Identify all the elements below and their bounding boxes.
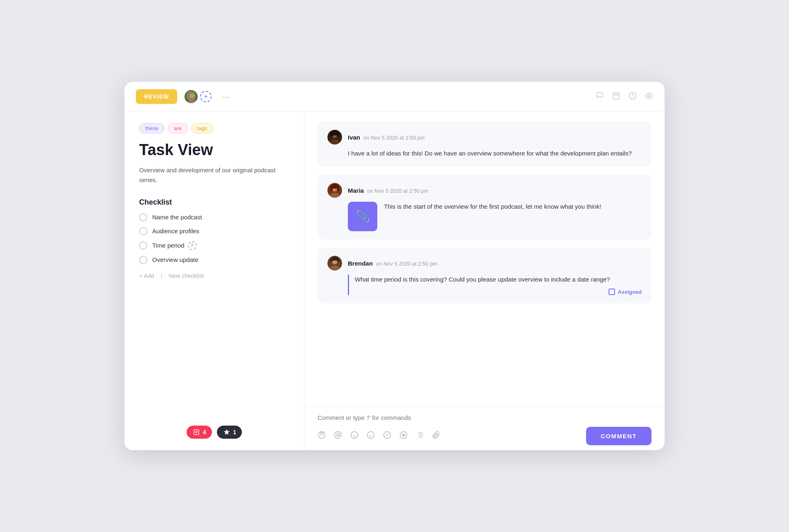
comment-text: This is the start of the overview for th…: [384, 202, 601, 212]
comment-with-border: What time period is this covering? Could…: [348, 275, 642, 295]
badge-icon-dark: [223, 428, 231, 436]
assign-icon[interactable]: [188, 241, 197, 250]
comment-meta: Ivan on Nov 5 2020 at 2:50 pm: [348, 134, 425, 141]
comment-submit-button[interactable]: COMMENT: [586, 427, 651, 445]
checklist-items: Name the podcast Audience profiles Time …: [139, 213, 289, 264]
tag-are[interactable]: are: [168, 123, 188, 133]
comment-text: What time period is this covering? Could…: [355, 275, 642, 284]
checklist-item: Overview update: [139, 256, 289, 264]
svg-point-24: [330, 186, 333, 191]
slash-icon[interactable]: [383, 431, 391, 441]
comment-block: Brendan on Nov 5 2020 at 2:50 pm What ti…: [318, 248, 651, 303]
comment-time: on Nov 5 2020 at 2:50 pm: [376, 261, 437, 267]
check-circle-4[interactable]: [139, 256, 147, 264]
svg-point-35: [351, 432, 358, 439]
svg-point-2: [189, 93, 194, 98]
header: REVIEW + ···: [124, 82, 665, 112]
check-circle-2[interactable]: [139, 227, 147, 235]
svg-point-30: [330, 259, 333, 262]
record-icon[interactable]: [399, 431, 408, 441]
svg-point-18: [336, 133, 340, 137]
svg-point-10: [191, 243, 193, 246]
eye-icon[interactable]: [645, 92, 653, 102]
header-right: [596, 92, 653, 102]
comment-time: on Nov 5 2020 at 2:50 pm: [363, 135, 425, 141]
calendar-icon[interactable]: [612, 92, 620, 102]
new-checklist-button[interactable]: New checklist: [169, 272, 204, 280]
tags-row: these are tags: [139, 123, 289, 133]
checklist-item: Time period: [139, 241, 289, 250]
checklist-item-label: Time period: [152, 241, 197, 250]
badge-count-dark: 1: [233, 429, 237, 435]
comment-tools: [318, 431, 440, 441]
flag-icon[interactable]: [596, 92, 604, 102]
comment-toolbar: COMMENT: [318, 427, 651, 445]
list-icon[interactable]: [416, 431, 424, 441]
more-button[interactable]: ···: [221, 92, 231, 101]
comment-header: Maria on Nov 5 2020 at 2:50 pm: [327, 183, 642, 198]
svg-point-44: [403, 434, 405, 436]
add-avatar-button[interactable]: +: [200, 91, 212, 102]
comment-attachment: 📎 This is the start of the overview for …: [348, 202, 642, 231]
comment-author: Brendan: [348, 260, 373, 267]
comment-header: Brendan on Nov 5 2020 at 2:50 pm: [327, 256, 642, 271]
svg-rect-4: [613, 93, 620, 99]
comment-input[interactable]: [318, 414, 651, 421]
avatar-brendan: [327, 256, 342, 271]
comment-header: Ivan on Nov 5 2020 at 2:50 pm: [327, 130, 642, 144]
comments-area: Ivan on Nov 5 2020 at 2:50 pm I have a l…: [304, 112, 665, 406]
avatar-ivan: [327, 130, 342, 144]
review-button[interactable]: REVIEW: [136, 89, 177, 104]
comment-block: Maria on Nov 5 2020 at 2:50 pm 📎 This is…: [318, 175, 651, 239]
check-circle-1[interactable]: [139, 213, 147, 221]
mention-user-icon[interactable]: [318, 431, 326, 441]
main-content: these are tags Task View Overview and de…: [124, 112, 665, 450]
comment-time: on Nov 5 2020 at 2:50 pm: [367, 188, 428, 194]
task-description: Overview and development of our original…: [139, 165, 289, 185]
app-container: REVIEW + ···: [124, 82, 665, 450]
comment-author: Maria: [348, 187, 364, 194]
badge-count-red: 4: [203, 429, 206, 435]
assigned-checkbox[interactable]: [609, 289, 615, 295]
checklist-item: Name the podcast: [139, 213, 289, 221]
check-circle-3[interactable]: [139, 241, 147, 250]
assigned-label: Assigned: [618, 289, 642, 295]
left-panel: these are tags Task View Overview and de…: [124, 112, 304, 450]
attachment-icon[interactable]: [432, 431, 440, 441]
comment-block: Ivan on Nov 5 2020 at 2:50 pm I have a l…: [318, 122, 651, 167]
clock-icon[interactable]: [629, 92, 637, 102]
attachment-thumbnail[interactable]: 📎: [348, 202, 377, 231]
badge-icon-red: [192, 428, 201, 436]
svg-point-9: [648, 95, 650, 97]
svg-point-34: [337, 434, 340, 437]
comment-text: I have a lot of ideas for this! Do we ha…: [348, 149, 642, 158]
checklist-item-label: Name the podcast: [152, 214, 202, 221]
checklist-item-label: Audience profiles: [152, 228, 199, 234]
divider: |: [160, 272, 162, 280]
task-title: Task View: [139, 142, 289, 159]
svg-point-31: [337, 259, 339, 262]
badge-dark[interactable]: 1: [217, 426, 242, 439]
right-panel: Ivan on Nov 5 2020 at 2:50 pm I have a l…: [304, 112, 665, 450]
left-footer: 4 1: [139, 416, 289, 439]
svg-point-38: [367, 432, 374, 439]
tag-tags[interactable]: tags: [191, 123, 214, 133]
add-checklist-item-button[interactable]: + Add: [139, 272, 154, 280]
svg-line-42: [386, 434, 389, 437]
tag-these[interactable]: these: [139, 123, 165, 133]
emoji-smile-icon[interactable]: [350, 431, 358, 441]
svg-point-25: [337, 186, 339, 191]
avatar: [184, 89, 198, 104]
checklist-item-label: Overview update: [152, 256, 198, 263]
avatar-maria: [327, 183, 342, 198]
comment-author: Ivan: [348, 134, 360, 141]
at-icon[interactable]: [334, 431, 342, 441]
comment-input-area: COMMENT: [304, 406, 665, 450]
happy-icon[interactable]: [367, 431, 375, 441]
avatar-group: +: [184, 89, 212, 104]
checklist-title: Checklist: [139, 198, 289, 207]
checklist-item: Audience profiles: [139, 227, 289, 235]
comment-meta: Brendan on Nov 5 2020 at 2:50 pm: [348, 260, 437, 267]
svg-point-1: [187, 100, 197, 104]
badge-red[interactable]: 4: [187, 426, 212, 439]
